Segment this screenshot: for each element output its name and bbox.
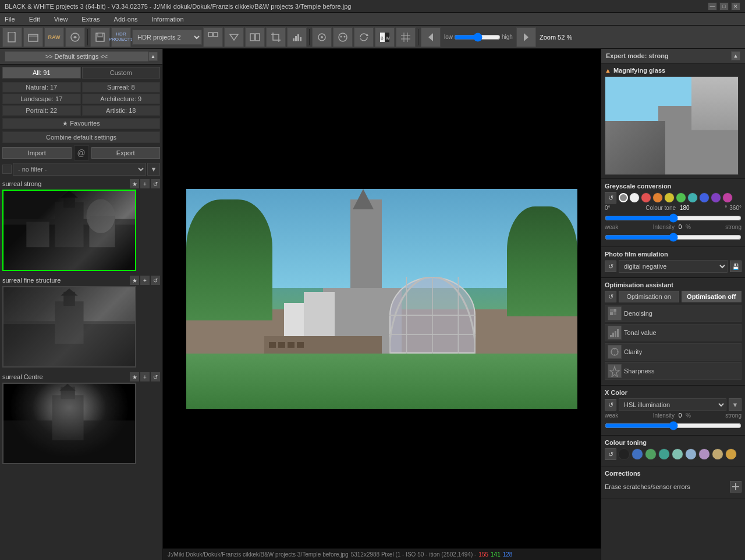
toolbar-crop-btn[interactable] <box>266 27 286 47</box>
preset-refresh-btn[interactable]: ↺ <box>151 276 160 285</box>
toning-refresh-btn[interactable]: ↺ <box>605 448 616 460</box>
toning-swatch-green[interactable] <box>645 448 657 460</box>
colour-tone-slider[interactable] <box>605 213 742 223</box>
gs-circle-auto[interactable] <box>619 193 628 202</box>
minimize-button[interactable]: — <box>708 2 717 10</box>
toolbar-view-btn[interactable] <box>312 27 332 47</box>
tab-all[interactable]: All: 91 <box>2 67 81 79</box>
close-button[interactable]: ✕ <box>731 2 740 10</box>
preset-star-btn[interactable]: ★ <box>130 179 139 188</box>
tool-tonal-value[interactable]: Tonal value <box>605 324 742 341</box>
color-white[interactable] <box>629 192 640 203</box>
title-bar-text: BLACK & WHITE projects 3 (64-bit) - V3.3… <box>5 3 351 10</box>
filter-dropdown[interactable]: - no filter - <box>13 163 146 176</box>
toolbar-arrange-btn[interactable] <box>203 27 223 47</box>
left-panel-collapse-btn[interactable]: ▲ <box>148 52 158 61</box>
category-natural[interactable]: Natural: 17 <box>2 82 81 92</box>
toolbar-save-btn[interactable] <box>90 27 110 47</box>
toning-swatch-teal[interactable] <box>658 448 670 460</box>
preset-add-btn[interactable]: + <box>140 276 150 285</box>
category-landscape[interactable]: Landscape: 17 <box>2 94 81 104</box>
export-button[interactable]: Export <box>91 147 161 159</box>
right-panel-collapse-btn[interactable]: ▲ <box>731 51 740 60</box>
tab-custom[interactable]: Custom <box>82 67 161 79</box>
menu-view[interactable]: View <box>52 15 70 24</box>
hdr-preset-dropdown[interactable]: HDR projects 2 <box>132 30 202 45</box>
menu-edit[interactable]: Edit <box>27 15 42 24</box>
toolbar-histogram-btn[interactable] <box>287 27 307 47</box>
color-yellow[interactable] <box>664 192 675 203</box>
menu-extras[interactable]: Extras <box>79 15 102 24</box>
xcolor-refresh-btn[interactable]: ↺ <box>605 399 616 411</box>
xcolor-intensity-slider[interactable] <box>605 421 742 430</box>
toolbar-compare-btn[interactable] <box>245 27 265 47</box>
photo-film-save-btn[interactable]: 💾 <box>730 261 742 272</box>
erase-scratches-btn[interactable] <box>730 481 742 493</box>
maximize-button[interactable]: □ <box>719 2 729 10</box>
intensity-slider[interactable] <box>605 233 742 242</box>
category-artistic[interactable]: Artistic: 18 <box>82 105 161 116</box>
toolbar-bw-btn[interactable]: BW <box>375 27 395 47</box>
toning-swatch-lavender[interactable] <box>698 448 710 460</box>
toning-swatch-beige[interactable] <box>712 448 723 460</box>
default-settings-button[interactable]: >> Default settings << <box>5 51 148 62</box>
toolbar-refresh-btn[interactable] <box>354 27 374 47</box>
combine-settings-button[interactable]: Combine default settings <box>2 131 160 143</box>
import-button[interactable]: Import <box>2 147 72 159</box>
toolbar-flip-btn[interactable] <box>224 27 244 47</box>
toolbar-paint-btn[interactable] <box>65 27 85 47</box>
greyscale-refresh-btn[interactable]: ↺ <box>605 192 616 204</box>
main-image <box>186 189 577 409</box>
category-architecture[interactable]: Architecture: 9 <box>82 94 161 104</box>
toolbar-new-btn[interactable] <box>2 27 22 47</box>
preset-star-btn[interactable]: ★ <box>130 276 139 285</box>
color-magenta[interactable] <box>722 192 733 203</box>
color-green[interactable] <box>676 192 686 203</box>
preset-thumbnail-surreal-fine[interactable] <box>2 286 136 368</box>
preset-thumbnail-surreal-strong[interactable] <box>2 190 136 271</box>
menu-file[interactable]: File <box>2 15 17 24</box>
optimisation-on-button[interactable]: Optimisation on <box>619 291 679 302</box>
toning-swatch-black[interactable] <box>618 448 630 460</box>
zoom-slider[interactable] <box>454 33 501 42</box>
photo-film-refresh-btn[interactable]: ↺ <box>605 261 616 272</box>
menu-addons[interactable]: Add-ons <box>112 15 140 24</box>
filter-arrow-btn[interactable]: ▼ <box>147 163 160 176</box>
color-cyan[interactable] <box>687 192 698 203</box>
tool-denoising[interactable]: Denoising <box>605 305 742 322</box>
xcolor-dropdown[interactable]: HSL illumination <box>619 398 726 411</box>
toolbar-mask-btn[interactable] <box>333 27 353 47</box>
toning-swatch-blue[interactable] <box>632 448 643 460</box>
toolbar-open-btn[interactable] <box>23 27 43 47</box>
color-orange[interactable] <box>652 192 663 203</box>
preset-refresh-btn[interactable]: ↺ <box>151 372 160 381</box>
xcolor-dropdown-arrow[interactable]: ▼ <box>729 398 742 411</box>
optimisation-off-button[interactable]: Optimisation off <box>682 291 742 302</box>
preset-add-btn[interactable]: + <box>140 179 150 188</box>
color-violet[interactable] <box>711 192 721 203</box>
tool-sharpness[interactable]: Sharpness <box>605 362 742 380</box>
toning-swatch-gold[interactable] <box>725 448 737 460</box>
photo-film-dropdown[interactable]: digital negative <box>619 260 728 273</box>
color-red[interactable] <box>641 192 651 203</box>
tool-clarity[interactable]: Clarity <box>605 343 742 361</box>
color-blue[interactable] <box>699 192 709 203</box>
favourites-button[interactable]: ★ Favourites <box>2 118 160 129</box>
preset-add-btn[interactable]: + <box>140 372 150 381</box>
svg-rect-35 <box>26 222 49 247</box>
optim-refresh-btn[interactable]: ↺ <box>605 291 616 302</box>
toolbar-next-btn[interactable] <box>516 27 536 47</box>
preset-thumbnail-surreal-centre[interactable] <box>2 383 136 464</box>
toning-swatch-cyan-light[interactable] <box>672 448 683 460</box>
preset-refresh-btn[interactable]: ↺ <box>151 179 160 188</box>
menu-information[interactable]: Information <box>150 15 186 24</box>
toolbar-grid-btn[interactable] <box>396 27 416 47</box>
category-portrait[interactable]: Portrait: 22 <box>2 105 81 116</box>
toning-swatch-blue-light[interactable] <box>685 448 697 460</box>
toolbar-raw-btn[interactable]: RAW <box>44 27 64 47</box>
toolbar-prev-btn[interactable] <box>421 27 441 47</box>
center-panel[interactable]: J:/Miki Dokuk/Dokuk/Franzis cikkek/B&W p… <box>163 49 601 560</box>
preset-star-btn[interactable]: ★ <box>130 372 139 381</box>
category-surreal[interactable]: Surreal: 8 <box>82 82 161 92</box>
toolbar-projects-btn[interactable]: HDRPROJECTS <box>111 27 131 47</box>
